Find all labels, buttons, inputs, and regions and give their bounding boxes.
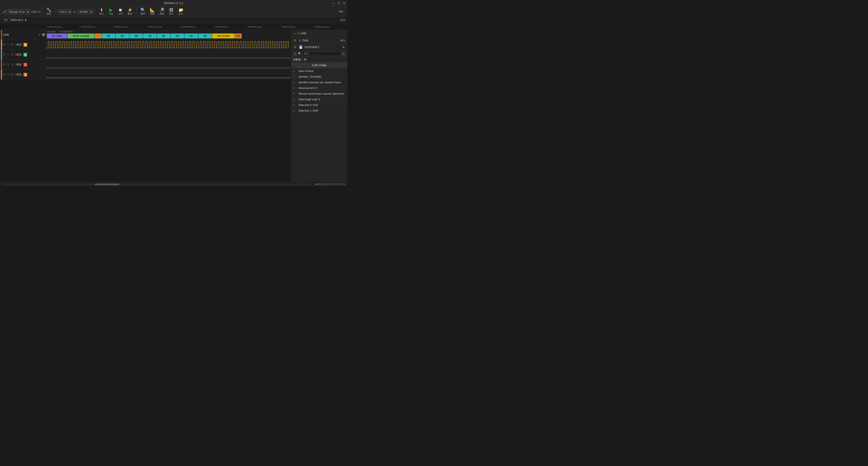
decode-segment[interactable]: DB	[198, 33, 212, 38]
logic-analyzer-section: ⊓⊓ 逻辑分析仪 ▼	[2, 18, 27, 22]
field-value: Identifier: 104 (0x68)	[299, 75, 345, 78]
instant-btn[interactable]: ⏹ 立即	[116, 7, 125, 16]
file-icon: 📁	[178, 8, 183, 12]
options-btn[interactable]: 🔧 选项	[44, 7, 53, 16]
minimize-btn[interactable]: —	[332, 1, 335, 5]
file-btn[interactable]: 📁 文件	[176, 7, 185, 16]
usb-icon: ⎇	[2, 9, 6, 14]
signal-label-0: ⊓ ‾ ⌐ ‾ X 1通道 0	[0, 40, 46, 50]
freq-select[interactable]: 20 MHz	[77, 9, 93, 14]
decode-segment[interactable]: DB	[143, 33, 157, 38]
can-d-btn[interactable]: D	[42, 33, 45, 36]
can-settings-btn[interactable]: ⚙	[293, 38, 297, 43]
search-btn[interactable]: 🔎 搜索	[157, 7, 166, 16]
timeline-mark: +2050185.00 µs	[80, 25, 113, 29]
timeline-mark: +2050170.00 µs	[46, 25, 80, 29]
add-protocol-btn[interactable]: +	[293, 31, 296, 36]
field-row[interactable]: 5Data length code: 8	[291, 96, 347, 102]
decode-segment[interactable]: DB	[129, 33, 143, 38]
signal-track-2	[46, 60, 291, 69]
can-hint-text: CAN: Bits	[47, 31, 56, 33]
trigger-btn[interactable]: ⚡ 触发	[125, 7, 134, 16]
help-label: 帮助	[339, 10, 343, 13]
window-controls[interactable]: — ❐ ✕	[332, 1, 345, 5]
field-num: 3	[293, 87, 297, 89]
scroll-thumb[interactable]	[95, 183, 119, 185]
field-value: Data byte 1: 0x00	[299, 109, 345, 112]
decode-segment[interactable]: ···	[95, 33, 101, 38]
close-can-btn[interactable]: ✕	[297, 32, 300, 35]
timeline-mark: +2050215.00 µs	[147, 25, 180, 29]
field-row[interactable]: 4Remote transmission request: data frame	[291, 91, 347, 96]
field-row[interactable]: 0Start of frame	[291, 68, 347, 74]
wrench-icon: 🔧	[46, 8, 51, 12]
display-btn[interactable]: 🖼 显示	[167, 7, 176, 16]
decode-segment[interactable]: DB	[157, 33, 170, 38]
proto-list-label: 协议列表显示	[305, 46, 340, 49]
timeline-marks: +2050170.00 µs+2050185.00 µs+2050200.00 …	[0, 23, 347, 30]
close-btn[interactable]: ✕	[343, 1, 345, 5]
match-count: 99	[304, 58, 307, 61]
measure-btn[interactable]: 📐 测量	[148, 7, 157, 16]
decode-btn[interactable]: 🔍 解码	[138, 7, 147, 16]
device-select[interactable]: DSLogic PLus	[6, 9, 30, 14]
decode-segment[interactable]: Full ID: 34 (0x22)	[67, 33, 94, 38]
decode-segment[interactable]: ID: 0 (0x0)	[47, 33, 67, 38]
help-btn[interactable]: 帮助	[336, 9, 345, 14]
sig-color-3	[1, 70, 2, 79]
decode-segment[interactable]: DB	[170, 33, 184, 38]
trigger-label: 触发	[128, 12, 132, 16]
decode-segment[interactable]: DB	[102, 33, 115, 38]
timeline-mark: +2050275.00 µs	[280, 25, 314, 29]
timeline: +2050170.00 µs+2050185.00 µs+2050200.00 …	[0, 23, 347, 30]
sig-icons-1: ⊓ ‾ ⌐ ‾ X	[3, 53, 13, 56]
field-value: Data length code: 8	[299, 98, 345, 101]
field-num: 5	[293, 98, 297, 101]
decode-segment[interactable]: DB	[184, 33, 198, 38]
field-row[interactable]: 1Identifier: 104 (0x68)	[291, 74, 347, 80]
proto-save-btn[interactable]: 💾	[298, 45, 303, 49]
time-range-select[interactable]: 5.00 s	[57, 9, 72, 14]
sig-name-1: 2通道	[16, 53, 22, 56]
decode-segment[interactable]: CRC: 0x7562	[212, 33, 235, 38]
start-btn[interactable]: ▶ 开始	[106, 7, 116, 16]
display-icon: 🖼	[169, 8, 174, 12]
nav-right-btn[interactable]: ›	[342, 51, 345, 56]
can2-close-btn[interactable]: ✕	[298, 39, 301, 42]
timeline-mark: +2050200.00 µs	[113, 25, 147, 29]
mode-section: ⬇ 模式 ▶ 开始 ⏹ 立即 ⚡ 触发	[97, 7, 134, 16]
proto-arrow-btn[interactable]: ➤	[342, 45, 345, 49]
subbar-arrow[interactable]: ▼	[24, 18, 27, 22]
waveform-0	[46, 41, 291, 49]
decode-segment[interactable]: DB	[116, 33, 129, 38]
can-channel-name: CAN	[3, 33, 38, 36]
timeline-mark: +2050245.00 µs	[213, 25, 247, 29]
proto-settings-btn[interactable]: ⚙	[293, 45, 297, 49]
empty-space	[0, 80, 291, 182]
timeline-mark: +2050230.00 µs	[180, 25, 214, 29]
sig-badge-3: 3	[24, 73, 27, 77]
rp-header: + ✕ CAN	[291, 30, 347, 37]
download-btn[interactable]: ⬇ 模式	[97, 7, 106, 16]
decode-segment[interactable]: EOF	[235, 33, 242, 38]
maximize-btn[interactable]: ❐	[338, 1, 340, 5]
field-row[interactable]: 6Data byte 0: 0x02	[291, 102, 347, 108]
field-value: Data byte 0: 0x02	[299, 104, 345, 106]
field-num: 1	[293, 75, 297, 78]
search-input[interactable]	[302, 51, 341, 56]
main-area: CAN 0 D CAN: Bits ◁ 放大查看细节 ▷ ID: 0 (0x0)…	[0, 30, 347, 182]
device-section: ⎇ DSLogic PLus USB 2.0	[2, 9, 40, 14]
signal-row-2: ⊓ ‾ ⌐ ‾ X 3通道 2	[0, 60, 291, 70]
field-row[interactable]: 2Identifier extension bit: standard fram…	[291, 80, 347, 85]
logic-icon: ⊓⊓	[2, 18, 10, 22]
scrollbar-h[interactable]	[2, 183, 311, 185]
fields-list: 0Start of frame1Identifier: 104 (0x68)2I…	[291, 68, 347, 182]
fields-header[interactable]: CAN: Fields	[291, 62, 347, 68]
can-hint-bar: CAN: Bits ◁ 放大查看细节 ▷	[46, 30, 291, 33]
field-row[interactable]: 3Reserved bit 0: 0	[291, 85, 347, 91]
field-row[interactable]: 7Data byte 1: 0x00	[291, 108, 347, 114]
nav-left-btn[interactable]: ‹	[293, 51, 297, 56]
mode-label: 模式	[99, 12, 104, 16]
field-num: 2	[293, 81, 297, 84]
options-section: 🔧 选项	[44, 7, 53, 16]
